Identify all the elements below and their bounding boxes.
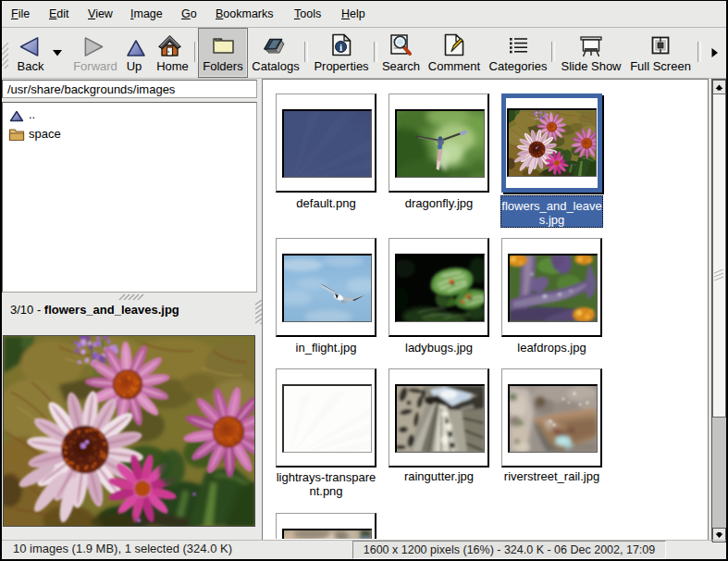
svg-text:i: i bbox=[339, 42, 342, 53]
